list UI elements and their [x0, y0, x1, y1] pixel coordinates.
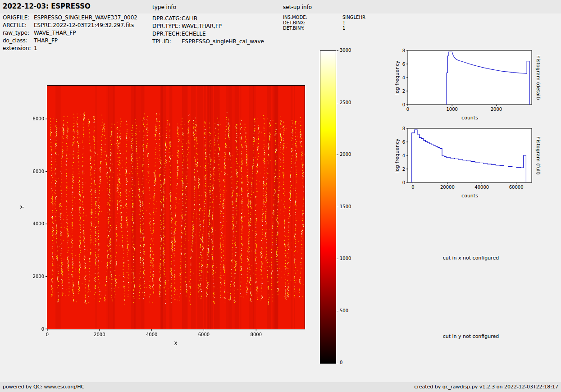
- page-title: 2022-12-03: ESPRESSO: [3, 2, 91, 10]
- y-tick-label: 0: [41, 327, 44, 332]
- footer-bar: powered by QC: www.eso.org/HC created by…: [0, 382, 561, 392]
- footer-credit: powered by QC: www.eso.org/HC: [3, 382, 84, 392]
- file-info-block: ORIGFILE:ESPRESSO_SINGLEHR_WAVE337_0002A…: [3, 14, 137, 52]
- x-tick-label: 6000: [198, 332, 210, 337]
- meta-value: SINGLEHR: [342, 15, 365, 20]
- y-tick-label: 6: [402, 140, 405, 145]
- y-tick-label: 8: [402, 126, 405, 131]
- colorbar-tick: [337, 311, 338, 311]
- colorbar-tick: [337, 259, 338, 259]
- colorbar-tick-label: 3000: [340, 48, 351, 53]
- colorbar-tick: [337, 363, 338, 363]
- meta-label: DET.BINX:: [283, 20, 342, 26]
- type-info-heading: type info: [152, 4, 176, 10]
- hist-svg: 020000400006000002468counts: [392, 125, 543, 204]
- y-tick-label: 8000: [33, 116, 44, 121]
- x-axis-label: counts: [461, 193, 478, 199]
- x-tick-label: 40000: [474, 185, 489, 190]
- meta-row: TPL.ID:ESPRESSO_singleHR_cal_wave: [152, 38, 264, 46]
- x-tick-label: 2000: [94, 332, 105, 337]
- y-tick-label: 8: [402, 48, 405, 53]
- type-info-block: DPR.CATG:CALIBDPR.TYPE:WAVE,THAR,FPDPR.T…: [152, 15, 264, 46]
- colorbar: 050010001500200025003000: [320, 50, 369, 370]
- y-tick-label: 0: [402, 180, 405, 185]
- cut-x-note: cut in x not configured: [426, 255, 516, 261]
- meta-value: ESPRESSO_singleHR_cal_wave: [182, 38, 264, 46]
- footer-created-by: created by qc_rawdisp.py v1.2.3 on 2022-…: [414, 382, 558, 392]
- x-tick-label: 60000: [509, 185, 524, 190]
- y-tick-label: 6: [402, 62, 405, 67]
- meta-label: ARCFILE:: [3, 22, 34, 29]
- meta-value: WAVE,THAR,FP: [182, 23, 222, 30]
- x-tick-label: 8000: [251, 332, 262, 337]
- meta-value: 1: [342, 20, 345, 26]
- meta-row: ORIGFILE:ESPRESSO_SINGLEHR_WAVE337_0002: [3, 14, 137, 22]
- plot-box: [408, 128, 532, 182]
- detector-image-plot: [47, 85, 305, 329]
- y-tick-label: 2: [402, 89, 405, 94]
- colorbar-tick-label: 500: [340, 308, 348, 314]
- colorbar-tick: [337, 207, 338, 207]
- x-tick-label: 4000: [146, 332, 157, 337]
- meta-label: raw_type:: [3, 29, 34, 37]
- histogram-detail-plot: log frequency histogram (detail) 0100020…: [392, 47, 543, 126]
- histogram-full-ylabel: log frequency: [394, 128, 401, 182]
- histogram-full-plot: log frequency histogram (full) 020000400…: [392, 125, 543, 204]
- meta-label: DET.BINY:: [283, 26, 342, 31]
- meta-value: WAVE_THAR_FP: [34, 29, 76, 37]
- x-tick-label: 0: [406, 107, 409, 112]
- histogram-detail-ylabel: log frequency: [394, 50, 401, 105]
- meta-value: CALIB: [182, 15, 197, 23]
- setup-info-heading: set-up info: [283, 4, 312, 10]
- meta-row: DPR.CATG:CALIB: [152, 15, 264, 23]
- x-tick-label: 1000: [446, 107, 457, 112]
- meta-label: INS.MODE:: [283, 15, 342, 20]
- qc-report-page: { "header": { "title": "2022-12-03: ESPR…: [0, 0, 561, 392]
- meta-row: ARCFILE:ESPRE.2022-12-03T21:49:32.297.fi…: [3, 22, 137, 29]
- y-tick-label: 2: [402, 167, 405, 172]
- meta-row: INS.MODE:SINGLEHR: [283, 15, 365, 20]
- meta-row: extension:1: [3, 45, 137, 52]
- colorbar-tick-label: 1500: [340, 204, 351, 210]
- y-tick-label: 4: [402, 153, 405, 158]
- colorbar-tick-label: 0: [340, 360, 342, 365]
- colorbar-tick: [337, 50, 338, 51]
- colorbar-tick-label: 2500: [340, 100, 351, 105]
- histogram-detail-title: histogram (detail): [534, 50, 542, 105]
- plot-box: [408, 50, 532, 105]
- x-axis-label: counts: [461, 115, 478, 121]
- meta-label: DPR.TYPE:: [152, 23, 182, 30]
- meta-row: do_class:THAR_FP: [3, 37, 137, 45]
- meta-value: 1: [34, 45, 37, 52]
- meta-label: ORIGFILE:: [3, 14, 34, 22]
- meta-row: DPR.TECH:ECHELLE: [152, 30, 264, 38]
- x-tick-label: 2000: [491, 107, 502, 112]
- colorbar-gradient: [320, 50, 336, 364]
- cut-y-note: cut in y not configured: [426, 333, 516, 339]
- meta-row: DET.BINY:1: [283, 26, 365, 31]
- meta-value: ESPRESSO_SINGLEHR_WAVE337_0002: [34, 14, 137, 22]
- x-tick-label: 20000: [440, 185, 455, 190]
- meta-row: raw_type:WAVE_THAR_FP: [3, 29, 137, 37]
- colorbar-tick-label: 2000: [340, 152, 351, 157]
- colorbar-tick: [337, 155, 338, 155]
- x-tick-label: 0: [46, 332, 49, 337]
- hist-svg: 01000200002468counts: [392, 47, 543, 126]
- meta-label: do_class:: [3, 37, 34, 45]
- meta-row: DPR.TYPE:WAVE,THAR,FP: [152, 23, 264, 30]
- y-tick-label: 4: [402, 75, 405, 80]
- histogram-full-title: histogram (full): [534, 128, 542, 182]
- detector-image-canvas: [47, 86, 305, 329]
- x-tick-label: 0: [411, 185, 414, 190]
- colorbar-tick: [337, 103, 338, 103]
- meta-label: TPL.ID:: [152, 38, 182, 46]
- y-axis-label: Y: [19, 187, 25, 228]
- meta-label: DPR.TECH:: [152, 30, 182, 38]
- meta-row: DET.BINX:1: [283, 20, 365, 26]
- y-tick-label: 6000: [33, 169, 44, 174]
- y-tick-label: 0: [402, 102, 405, 107]
- colorbar-tick-label: 1000: [340, 256, 351, 261]
- meta-value: ECHELLE: [182, 30, 206, 38]
- meta-label: extension:: [3, 45, 34, 52]
- meta-value: 1: [342, 26, 345, 31]
